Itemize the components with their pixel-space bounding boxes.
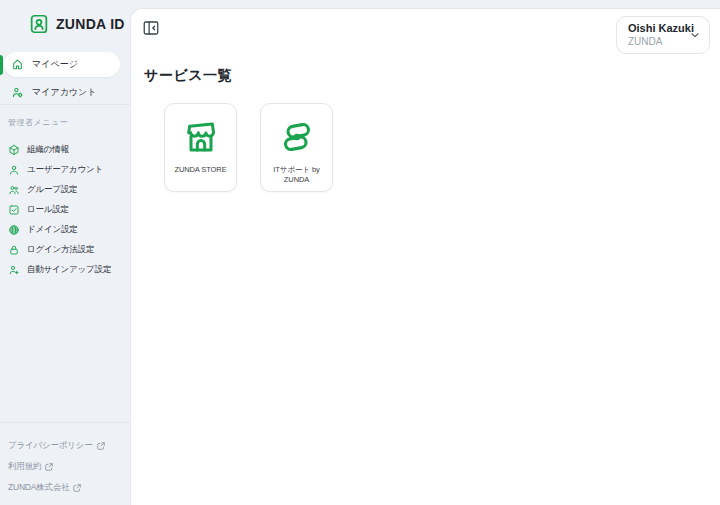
group-icon [8,184,20,196]
chevron-down-icon [689,29,701,41]
user-info: Oishi Kazuki ZUNDA [628,22,689,48]
link-label: プライバシーポリシー [8,440,93,452]
sidebar-item-label: ドメイン設定 [27,224,78,236]
sidebar-item-label: 自動サインアップ設定 [27,264,111,276]
cube-icon [8,144,20,156]
company-link[interactable]: ZUNDA株式会社 [8,482,81,494]
sidebar-item-user-accounts[interactable]: ユーザーアカウント [0,160,130,180]
sidebar-footer-divider [0,422,130,423]
privacy-policy-link[interactable]: プライバシーポリシー [8,440,105,452]
sidebar-item-organization[interactable]: 組織の情報 [0,140,130,160]
person-plus-icon [8,264,20,276]
external-link-icon [73,484,81,492]
id-badge-icon [28,13,50,35]
external-link-icon [45,463,53,471]
panel-collapse-icon [142,19,160,37]
sidebar-item-auto-signup-settings[interactable]: 自動サインアップ設定 [0,260,130,280]
person-gear-icon [11,86,24,99]
sidebar-item-label: ロール設定 [27,204,69,216]
storefront-icon [181,117,221,157]
globe-icon [8,224,20,236]
external-link-icon [97,442,105,450]
page-title: サービス一覧 [144,67,232,85]
active-item-indicator [0,55,3,75]
sidebar-item-group-settings[interactable]: グループ設定 [0,180,130,200]
sidebar: ZUNDA ID マイページ マイアカウント 管理者メニュー 組織の情報 [0,0,130,505]
main-panel: Oishi Kazuki ZUNDA サービス一覧 ZUNDA STORE IT… [130,8,720,505]
sidebar-item-login-method-settings[interactable]: ログイン方法設定 [0,240,130,260]
sidebar-item-label: マイアカウント [32,86,96,99]
link-label: 利用規約 [8,461,41,473]
user-organization: ZUNDA [628,36,689,49]
terms-of-service-link[interactable]: 利用規約 [8,461,53,473]
user-menu-button[interactable]: Oishi Kazuki ZUNDA [616,16,710,54]
lock-icon [8,244,20,256]
sidebar-item-label: グループ設定 [27,184,77,196]
sidebar-divider [0,104,130,105]
sidebar-item-label: マイページ [32,58,78,71]
admin-menu-section-label: 管理者メニュー [8,117,68,128]
sidebar-collapse-button[interactable] [142,19,160,37]
service-card-list: ZUNDA STORE ITサポート by ZUNDA [164,103,333,192]
service-card-label: ITサポート by ZUNDA [266,165,328,185]
sidebar-item-domain-settings[interactable]: ドメイン設定 [0,220,130,240]
zunda-z-logo-icon [277,117,317,157]
checkbox-check-icon [8,204,20,216]
sidebar-item-myaccount[interactable]: マイアカウント [4,81,120,103]
sidebar-item-role-settings[interactable]: ロール設定 [0,200,130,220]
sidebar-item-mypage[interactable]: マイページ [4,52,120,77]
service-card-label: ZUNDA STORE [170,165,232,175]
home-icon [11,58,24,71]
service-card-it-support[interactable]: ITサポート by ZUNDA [260,103,333,192]
admin-menu-list: 組織の情報 ユーザーアカウント グループ設定 ロール設定 [0,140,130,280]
user-name: Oishi Kazuki [628,22,689,36]
sidebar-item-label: 組織の情報 [27,144,69,156]
user-icon [8,164,20,176]
sidebar-item-label: ユーザーアカウント [27,164,103,176]
sidebar-item-label: ログイン方法設定 [27,244,94,256]
brand-logo[interactable]: ZUNDA ID [28,13,125,35]
service-card-zunda-store[interactable]: ZUNDA STORE [164,103,237,192]
link-label: ZUNDA株式会社 [8,482,69,494]
brand-name: ZUNDA ID [56,16,125,32]
